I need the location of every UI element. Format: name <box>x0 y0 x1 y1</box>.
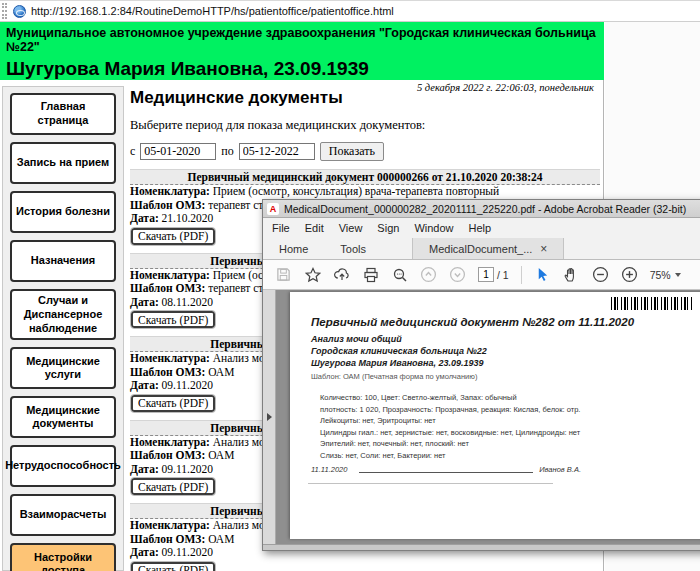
download-pdf-button[interactable]: Скачать (PDF) <box>131 562 215 571</box>
pdf-result-line: Лейкоциты: нет, Эритроциты: нет <box>320 415 580 427</box>
nomenclature-label: Номенклатура: <box>130 519 210 531</box>
date-label: Дата: <box>130 379 159 391</box>
toolbar-divider <box>521 266 522 284</box>
tab-home[interactable]: Home <box>263 238 324 259</box>
print-icon[interactable] <box>362 266 379 283</box>
pdf-page: Первичный медицинский документ №282 от 1… <box>290 292 700 539</box>
date-label: Дата: <box>130 296 159 308</box>
tab-document-label: MedicalDocument_... <box>429 243 532 255</box>
download-pdf-button[interactable]: Скачать (PDF) <box>131 311 215 328</box>
acrobat-document-area: Первичный медицинский документ №282 от 1… <box>263 290 700 544</box>
acrobat-app-icon: A <box>267 203 279 215</box>
download-pdf-button[interactable]: Скачать (PDF) <box>131 228 215 245</box>
date-label: Дата: <box>130 546 159 558</box>
pdf-template-line: Шаблон: ОАМ (Печатная форма по умолчанию… <box>311 372 477 381</box>
menu-file[interactable]: File <box>272 222 290 234</box>
page-title: Медицинские документы <box>130 88 600 108</box>
date-value: 09.11.2020 <box>162 546 213 558</box>
navigation-pane-toggle[interactable] <box>263 290 276 544</box>
star-icon[interactable] <box>304 266 321 283</box>
period-hint: Выберите период для показа медицинских д… <box>130 118 600 133</box>
acrobat-toolbar: 1 / 1 75% <box>263 260 700 290</box>
date-value: 08.11.2020 <box>162 296 213 308</box>
acrobat-title-bar[interactable]: A MedicalDocument_000000282_20201111_225… <box>263 200 700 218</box>
date-value: 09.11.2020 <box>162 379 213 391</box>
template-value: ОАМ <box>208 533 234 545</box>
tab-tools[interactable]: Tools <box>324 238 382 259</box>
acrobat-window-title: MedicalDocument_000000282_20201111_22522… <box>284 203 686 215</box>
nomenclature-label: Номенклатура: <box>130 352 210 364</box>
menu-edit[interactable]: Edit <box>305 222 324 234</box>
date-value: 09.11.2020 <box>162 463 213 475</box>
date-to-input[interactable] <box>239 143 315 160</box>
toolbar-grip[interactable] <box>2 3 7 19</box>
search-icon[interactable] <box>391 266 408 283</box>
template-value: ОАМ <box>208 366 234 378</box>
save-icon[interactable] <box>275 266 292 283</box>
sidebar-item-history[interactable]: История болезни <box>10 191 116 233</box>
address-url[interactable]: http://192.168.1.2:84/RoutineDemoHTTP/hs… <box>31 5 394 17</box>
previous-page-icon[interactable] <box>420 266 437 283</box>
pdf-result-line: плотность: 1 020, Прозрачность: Прозрачн… <box>320 404 580 416</box>
date-label: Дата: <box>130 463 159 475</box>
download-pdf-button[interactable]: Скачать (PDF) <box>131 395 215 412</box>
sidebar-item-home[interactable]: Главная страница <box>10 93 116 135</box>
nomenclature-label: Номенклатура: <box>130 185 210 197</box>
menu-sign[interactable]: Sign <box>377 222 399 234</box>
pdf-analysis-name: Анализ мочи общий <box>311 334 402 344</box>
pdf-signature-line <box>359 465 533 473</box>
template-label: Шаблон ОМЗ: <box>130 533 205 545</box>
template-label: Шаблон ОМЗ: <box>130 282 205 294</box>
menu-help[interactable]: Help <box>469 222 492 234</box>
hand-tool-icon[interactable] <box>563 266 580 283</box>
download-pdf-button[interactable]: Скачать (PDF) <box>131 478 215 495</box>
sidebar-item-medical-services[interactable]: Медицинские услуги <box>10 347 116 389</box>
zoom-level-dropdown[interactable]: 75% <box>650 269 681 281</box>
sidebar-item-prescriptions[interactable]: Назначения <box>10 240 116 282</box>
pdf-sign-date: 11.11.2020 <box>311 465 347 474</box>
sidebar-item-appointment[interactable]: Запись на прием <box>10 142 116 184</box>
pdf-sign-name: Иванов В.А. <box>539 465 581 474</box>
nomenclature-label: Номенклатура: <box>130 269 210 281</box>
expand-pane-icon <box>267 413 272 421</box>
to-label: по <box>221 144 233 159</box>
sidebar-item-access-settings[interactable]: Настройки доступа <box>10 543 116 571</box>
acrobat-window: A MedicalDocument_000000282_20201111_225… <box>262 199 700 551</box>
nomenclature-value: Прием (осмотр, консультация) врача-терап… <box>213 185 500 197</box>
page-total: / 1 <box>497 269 509 281</box>
date-from-input[interactable] <box>140 143 216 160</box>
template-label: Шаблон ОМЗ: <box>130 449 205 461</box>
sidebar-item-disability[interactable]: Нетрудоспособность <box>10 445 116 487</box>
period-filter: с по Показать <box>130 142 600 161</box>
show-button[interactable]: Показать <box>320 142 384 161</box>
tab-close-icon[interactable]: × <box>540 242 547 256</box>
template-label: Шаблон ОМЗ: <box>130 199 205 211</box>
pdf-result-line: Эпителий: нет, почечный: нет, плоский: н… <box>320 438 580 450</box>
tab-document[interactable]: MedicalDocument_... × <box>412 238 564 259</box>
menu-window[interactable]: Window <box>414 222 453 234</box>
select-tool-icon[interactable] <box>534 266 551 283</box>
sidebar-item-cases-observation[interactable]: Случаи и Диспансерное наблюдение <box>10 289 116 340</box>
browser-address-bar: http://192.168.1.2:84/RoutineDemoHTTP/hs… <box>0 0 700 22</box>
chevron-down-icon <box>675 273 681 277</box>
nomenclature-label: Номенклатура: <box>130 436 210 448</box>
pdf-barcode <box>611 297 693 310</box>
pdf-title: Первичный медицинский документ №282 от 1… <box>311 316 634 328</box>
document-header: Первичный медицинский документ 000000266… <box>130 169 600 185</box>
zoom-in-icon[interactable] <box>621 266 638 283</box>
sidebar-item-medical-documents[interactable]: Медицинские документы <box>10 396 116 438</box>
zoom-level-value: 75% <box>650 269 671 281</box>
sidebar-item-settlements[interactable]: Взаиморасчеты <box>10 494 116 536</box>
page-number-input[interactable]: 1 <box>478 267 494 282</box>
zoom-out-icon[interactable] <box>592 266 609 283</box>
share-upload-icon[interactable] <box>333 266 350 283</box>
date-value: 21.10.2020 <box>162 212 214 224</box>
pdf-hospital-name: Городская клиническая больница №22 <box>311 346 487 356</box>
next-page-icon[interactable] <box>449 266 466 283</box>
pdf-analysis-results: Количество: 100, Цвет: Светло-желтый, За… <box>320 392 580 461</box>
template-label: Шаблон ОМЗ: <box>130 366 205 378</box>
sidebar: Главная страница Запись на прием История… <box>2 86 124 571</box>
menu-view[interactable]: View <box>339 222 363 234</box>
patient-name: Шугурова Мария Ивановна, 23.09.1939 <box>6 58 598 80</box>
pdf-footer-rule <box>308 483 553 484</box>
